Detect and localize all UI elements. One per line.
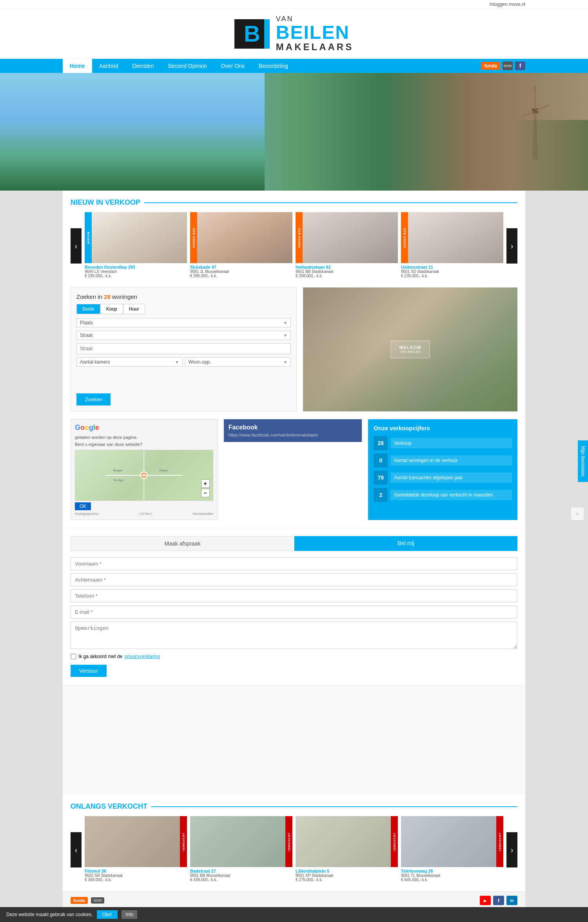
logo-makelaars: MAKELAARS (276, 42, 354, 52)
nav-aanbod[interactable]: Aanbod (92, 59, 125, 73)
property-card[interactable]: ONDER BOD Hollandselaan 61 9501 BB Stads… (296, 212, 398, 280)
cookie-banner: Deze website maakt gebruik van cookies. … (0, 907, 588, 922)
nav-beoordeling[interactable]: Beoordeling (252, 59, 295, 73)
map-terms: Voorwaarden (192, 512, 213, 516)
privacy-checkbox[interactable] (71, 654, 76, 659)
next-onlangs-button[interactable]: › (506, 832, 517, 867)
cookie-ok-button[interactable]: Oke! (97, 910, 118, 919)
sold-property-card[interactable]: VERKOCHT Fitishof 36 9502 SR Stadskanaal… (85, 816, 187, 884)
recaptcha-placeholder: rC (571, 507, 584, 520)
verkoopcijfers-title: Onze verkoopcijfers (374, 425, 512, 431)
svg-rect-6 (534, 86, 536, 90)
property-price: € 235.000,- k.k. (401, 274, 503, 278)
sold-property-price: € 439.000,- k.k. (190, 878, 292, 882)
funda-footer-badge[interactable]: funda (71, 897, 88, 904)
nvm-footer-badge: NVM (91, 897, 104, 904)
sold-property-card[interactable]: VERKOCHT Telefoonweg 28 9581 TL Musselka… (401, 816, 503, 884)
sold-property-name: Badstraat 27 (190, 869, 292, 873)
chevron-down-icon: ▼ (283, 360, 287, 364)
sold-property-name: Telefoonweg 28 (401, 869, 503, 873)
funda-badge[interactable]: funda (481, 62, 500, 70)
verhuur-label: Aantal woningen in de verhuur (391, 455, 512, 466)
plaats-label: Plaats (80, 320, 93, 326)
sold-property-price: € 275.000,- k.k. (296, 878, 398, 882)
property-city: 9501 BB Stadskanaal (296, 269, 398, 274)
map-legend: Kaartgegevens (75, 512, 99, 516)
svg-line-5 (521, 111, 535, 118)
achternaam-input[interactable] (71, 573, 517, 586)
nav-over-ons[interactable]: Over Ons (214, 59, 252, 73)
search-title: Zoeken in 28 woningen (76, 293, 291, 300)
chevron-down-icon: ▼ (283, 321, 287, 325)
submit-button[interactable]: Verstuur (71, 665, 107, 677)
sold-property-city: 9502 SR Stadskanaal (85, 873, 187, 878)
tab-maak-afspraak[interactable]: Maak afspraak (71, 536, 294, 551)
property-name: Hollandselaan 61 (296, 265, 398, 269)
property-name: Unikenstraat 11 (401, 265, 503, 269)
property-price: € 208.000,- k.k. (296, 274, 398, 278)
svg-rect-9 (521, 116, 522, 119)
property-card[interactable]: ONDER BOD Sluiskade 47 9581 JL Musselkan… (190, 212, 292, 280)
map-ok-button[interactable]: OK (75, 502, 91, 510)
youtube-icon[interactable]: ▶ (480, 896, 491, 905)
property-name: Beneden Oosterdiep 293 (85, 265, 187, 269)
search-tab-huur[interactable]: Huur (123, 304, 145, 314)
sold-property-name: Fitishof 36 (85, 869, 187, 873)
hero-banner (0, 73, 588, 191)
cookie-text: Deze website maakt gebruik van cookies. (6, 912, 93, 917)
sold-property-card[interactable]: VERKOCHT Badstraat 27 9581 BB Musselkana… (190, 816, 292, 884)
straat-input[interactable] (76, 343, 291, 354)
linkedin-footer-icon[interactable]: in (506, 896, 517, 905)
nieuw-in-verkoop-section: NIEUW IN VERKOOP ‹ NIEUW Beneden Oosterd… (63, 191, 525, 284)
privacy-link[interactable]: privacyverklaring (125, 654, 160, 659)
search-tab-beide[interactable]: Beide (76, 304, 100, 314)
woonopp-label: Woon.opp. (189, 359, 211, 365)
facebook-nav-icon[interactable]: f (515, 62, 525, 70)
sold-property-city: 9581 BB Musselkanaal (190, 873, 292, 878)
tab-bel-mij[interactable]: Bel mij (294, 536, 517, 551)
svg-line-3 (535, 104, 549, 111)
map-scale: | 10 km | (139, 512, 152, 516)
nvm-icon: NVM (503, 62, 513, 70)
cookie-info-button[interactable]: Info (122, 910, 137, 919)
property-card[interactable]: ONDER BOD Unikenstraat 11 9501 XD Stadsk… (401, 212, 503, 280)
prev-onlangs-button[interactable]: ‹ (71, 832, 82, 867)
logo: B VAN BEILEN MAKELAARS (234, 15, 354, 52)
facebook-url[interactable]: https://www.facebook.com/vanbeilenmakela… (229, 433, 358, 437)
next-nieuw-button[interactable]: › (506, 228, 517, 264)
search-tab-koop[interactable]: Koop (100, 304, 123, 314)
search-section: Zoeken in 28 woningen Beide Koop Huur Pl… (71, 287, 297, 411)
logo-beilen: BEILEN (276, 23, 354, 42)
svg-point-10 (534, 109, 537, 113)
empty-section (63, 685, 525, 795)
privacy-checkbox-row: Ik ga akkoord met de privacyverklaring (71, 654, 517, 659)
facebook-title: Facebook (229, 424, 358, 431)
sold-property-card[interactable]: VERKOCHT Lillienthalplein 5 9501 XP Stad… (296, 816, 398, 884)
email-input[interactable] (71, 606, 517, 618)
office-photo: WELKOM VAN BEILEN (303, 287, 517, 411)
onlangs-verkocht-title: ONLANGS VERKOCHT (71, 802, 517, 811)
nav-diensten[interactable]: Diensten (125, 59, 161, 73)
svg-text:Ter Ape: Ter Ape (113, 478, 124, 482)
straat-label: Straat (80, 333, 93, 338)
property-price: € 295.000,- k.k. (85, 274, 187, 278)
afspraak-section: Maak afspraak Bel mij Ik ga akkoord met … (63, 528, 525, 685)
navbar: Home Aanbod Diensten Second Opinion Over… (0, 59, 588, 73)
nav-home[interactable]: Home (63, 59, 92, 73)
sold-property-price: € 369.000,- k.k. (85, 878, 187, 882)
opmerkingen-input[interactable] (71, 622, 517, 649)
onlangs-verkocht-section: ONLANGS VERKOCHT ‹ VERKOCHT Fitishof 36 … (63, 795, 525, 891)
property-card[interactable]: NIEUW Beneden Oosterdiep 293 9645 LS Vee… (85, 212, 187, 280)
voornaam-input[interactable] (71, 557, 517, 570)
prev-nieuw-button[interactable]: ‹ (71, 228, 82, 264)
favoriten-tab[interactable]: Mijn favorieten (578, 440, 588, 482)
nav-second-opinion[interactable]: Second Opinion (161, 59, 214, 73)
svg-text:Dorps: Dorps (160, 469, 168, 472)
google-logo: Google (75, 424, 213, 432)
property-name: Sluiskade 47 (190, 265, 292, 269)
chevron-down-icon: ▼ (175, 360, 179, 364)
facebook-footer-icon[interactable]: f (493, 896, 504, 905)
telefoon-input[interactable] (71, 589, 517, 602)
login-link[interactable]: Inloggen move.nl (490, 2, 525, 7)
search-button[interactable]: Zoeken (76, 393, 111, 406)
